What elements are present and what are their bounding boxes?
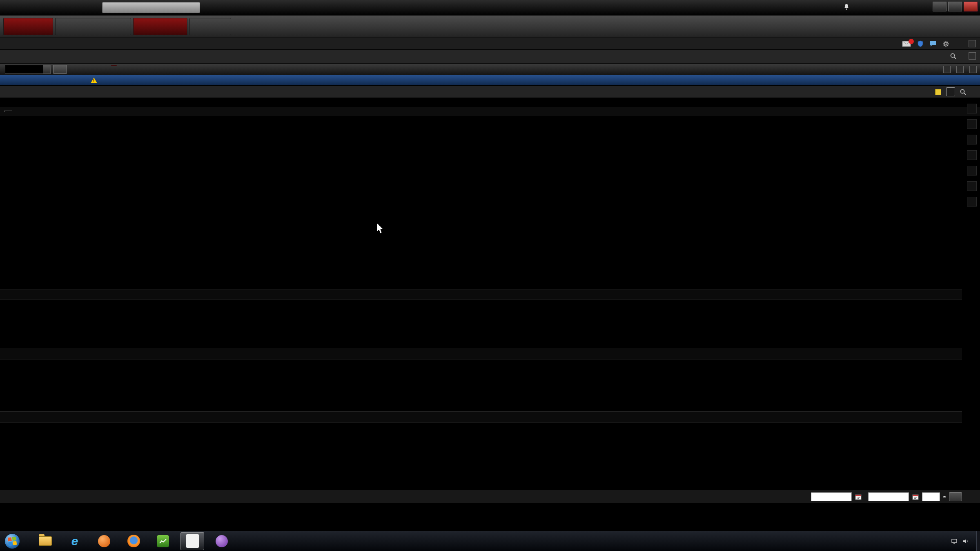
close-balances-icon[interactable] <box>969 40 976 47</box>
price-change <box>111 65 117 66</box>
periods-input[interactable] <box>922 492 940 501</box>
calendar-icon[interactable] <box>855 494 862 500</box>
warning-icon <box>91 78 97 83</box>
windows-taskbar: e <box>0 531 980 551</box>
range-go-button[interactable] <box>949 492 962 501</box>
margin-bp-box <box>189 18 231 35</box>
go-button[interactable] <box>53 65 67 74</box>
history-timeline-slider[interactable] <box>0 503 980 531</box>
scroll-down-icon[interactable] <box>967 197 977 207</box>
menu-bar <box>0 38 980 50</box>
studies-list-icon[interactable] <box>967 135 977 144</box>
symbol-input[interactable] <box>5 65 51 74</box>
indicator-toggle-bar <box>0 107 980 116</box>
title-bar <box>0 0 980 16</box>
maximize-button[interactable] <box>948 2 962 11</box>
windows-logo-icon <box>4 533 20 549</box>
taskbar-trading-app-icon[interactable] <box>151 532 175 550</box>
measure-icon[interactable] <box>967 166 977 176</box>
tab-sync-button[interactable] <box>946 87 955 96</box>
total-account-value-box <box>55 18 131 35</box>
symbol-bar <box>0 64 980 75</box>
print-icon[interactable] <box>956 66 964 73</box>
layout-tab-bar <box>0 50 980 64</box>
system-tray <box>946 531 974 551</box>
hide-label <box>4 111 12 112</box>
calendar-icon[interactable] <box>912 494 919 500</box>
chart-tab-bar <box>0 86 980 98</box>
chart-tab-right <box>935 87 976 96</box>
message-count-badge <box>909 39 914 44</box>
chart-toolbar <box>964 98 980 490</box>
search-icon <box>950 53 956 59</box>
taskbar-folder-icon[interactable] <box>33 532 57 550</box>
shield-icon[interactable] <box>918 40 923 47</box>
taskbar-firefox-icon[interactable] <box>122 532 145 550</box>
symbol-bar-right <box>928 64 977 75</box>
range-control-bar <box>0 490 980 503</box>
tools-cluster <box>931 52 976 60</box>
date-range-controls <box>811 492 962 501</box>
minimize-button[interactable] <box>933 2 947 11</box>
account-balance-bar <box>0 16 980 38</box>
split-panel-icon[interactable] <box>967 150 977 160</box>
close-button[interactable] <box>964 2 978 11</box>
session-info <box>844 4 858 10</box>
scroll-up-icon[interactable] <box>967 181 977 191</box>
window-controls <box>933 2 978 11</box>
show-desktop-button[interactable] <box>976 531 980 551</box>
date-from-input[interactable] <box>811 492 852 501</box>
periods-stepper[interactable] <box>943 496 946 498</box>
chat-icon[interactable] <box>930 41 936 47</box>
date-to-input[interactable] <box>868 492 909 501</box>
todays-change-box <box>133 18 187 35</box>
close-panel-icon[interactable] <box>969 66 977 73</box>
taskbar-purple-app-icon[interactable] <box>210 532 234 550</box>
bell-icon <box>844 4 849 10</box>
collapse-panels-icon[interactable] <box>967 119 977 129</box>
volume-icon[interactable] <box>963 539 969 544</box>
taskbar-streetsmart-edge-icon[interactable] <box>180 532 204 550</box>
taskbar-internet-explorer-icon[interactable]: e <box>63 532 87 550</box>
mouse-cursor <box>376 223 385 235</box>
symbol-dropdown-icon[interactable] <box>43 65 50 73</box>
display-icon[interactable] <box>951 539 957 544</box>
cmf-panel-legend <box>0 411 962 423</box>
wpr-panel-legend <box>0 348 962 360</box>
taskbar-apps: e <box>33 532 234 550</box>
gear-icon[interactable] <box>943 41 949 47</box>
macd-panel-legend <box>0 289 962 300</box>
menu-right-cluster <box>895 38 976 50</box>
find-active-tools-button[interactable] <box>950 53 959 59</box>
highlight-icon[interactable] <box>935 89 941 95</box>
start-button[interactable] <box>3 532 21 550</box>
taskbar-media-player-icon[interactable] <box>92 532 116 550</box>
search-icon[interactable] <box>960 89 966 95</box>
extended-hours-bar <box>0 75 980 86</box>
money-due-box <box>3 18 53 35</box>
messages-icon[interactable] <box>902 41 911 47</box>
account-selector-dropdown[interactable] <box>102 2 200 13</box>
close-row-icon[interactable] <box>969 52 976 60</box>
pop-out-icon[interactable] <box>943 66 951 73</box>
streetsmart-edge-window: e <box>0 0 980 551</box>
expand-panels-icon[interactable] <box>967 104 977 113</box>
